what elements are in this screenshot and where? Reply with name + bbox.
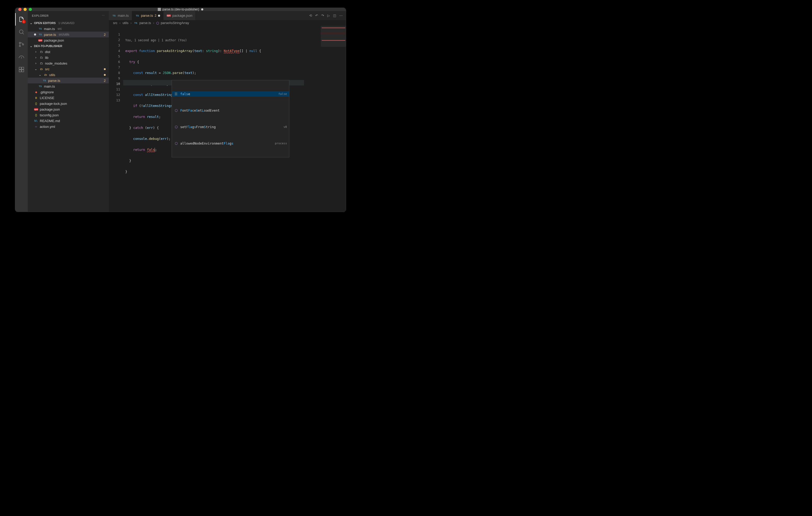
editor[interactable]: 1234567 8910111213 You, 1 second ago | 1…: [109, 26, 346, 212]
chevron-down-icon: ⌄: [29, 44, 33, 48]
tab-label: parse.ts: [141, 13, 153, 18]
folder-icon: 🗀: [39, 56, 44, 59]
file-package-json[interactable]: npm package.json: [28, 107, 109, 112]
file-action-yml[interactable]: ‹› action.yml: [28, 124, 109, 129]
json-icon: {}: [34, 114, 38, 117]
suggest-item[interactable]: ⬡ allowedNodeEnvironmentFlags process: [172, 141, 289, 146]
open-editor-item[interactable]: npm package.json: [28, 37, 109, 43]
git-compare-icon[interactable]: ⟲: [309, 13, 312, 18]
chevron-down-icon: ⌄: [29, 21, 33, 25]
explorer-activity[interactable]: 1: [15, 13, 28, 26]
git-icon: ◆: [34, 90, 38, 94]
folder-label: lib: [45, 56, 49, 60]
file-package-lock[interactable]: {} package-lock.json: [28, 101, 109, 107]
file-tsconfig[interactable]: {} tsconfig.json: [28, 112, 109, 118]
open-editor-item[interactable]: TS main.ts src: [28, 26, 109, 32]
problem-badge: 2: [104, 33, 106, 37]
open-editors-header[interactable]: ⌄ OPEN EDITORS 1 UNSAVED: [28, 20, 109, 26]
folder-node-modules[interactable]: › 🗀 node_modules: [28, 60, 109, 66]
file-name: parse.ts: [44, 33, 56, 37]
ts-icon: TS: [42, 79, 47, 82]
open-editors-label: OPEN EDITORS: [34, 22, 56, 25]
svg-point-1: [19, 42, 21, 44]
file-name: package.json: [44, 38, 64, 42]
suggest-item[interactable]: ☰ false false: [172, 91, 289, 97]
json-icon: {}: [34, 102, 38, 105]
svg-rect-6: [19, 70, 21, 72]
npm-icon: npm: [34, 108, 38, 111]
dirty-dot: [34, 33, 36, 35]
run-activity[interactable]: [15, 51, 28, 63]
minimap[interactable]: [320, 26, 346, 212]
run-icon[interactable]: ▷: [327, 13, 330, 18]
unsaved-indicator: [201, 8, 203, 10]
chevron-right-icon: ›: [130, 21, 132, 25]
git-prev-icon[interactable]: ↶: [315, 13, 318, 18]
git-next-icon[interactable]: ↷: [321, 13, 324, 18]
scm-activity[interactable]: [15, 38, 28, 51]
tab-parse-ts[interactable]: TS parse.ts 2: [132, 11, 164, 20]
ts-icon: TS: [38, 27, 42, 30]
modified-dot: [104, 74, 106, 76]
chevron-right-icon: ›: [34, 61, 38, 65]
file-label: parse.ts: [48, 79, 60, 83]
file-label: .gitignore: [40, 90, 54, 94]
file-readme[interactable]: M↓ README.md: [28, 118, 109, 124]
bc-file[interactable]: parse.ts: [139, 21, 151, 25]
file-license[interactable]: 🗎 LICENSE: [28, 95, 109, 101]
file-parse-ts[interactable]: TS parse.ts 2: [28, 78, 109, 83]
tab-main-ts[interactable]: TS main.ts: [109, 11, 132, 20]
editor-actions: ⟲ ↶ ↷ ▷ ◫ ⋯: [306, 11, 346, 20]
bc-utils[interactable]: utils: [123, 21, 128, 25]
ts-icon: TS: [135, 14, 139, 17]
tab-problem-badge: 2: [154, 14, 156, 18]
activity-bar: 1 1: [15, 11, 28, 212]
workspace-header[interactable]: ⌄ DEV-TO-PUBLISHER: [28, 43, 109, 49]
suggest-detail: process: [275, 141, 287, 146]
folder-utils[interactable]: ⌄ 🗁 utils: [28, 72, 109, 78]
file-label: main.ts: [44, 85, 55, 88]
ts-icon: TS: [134, 22, 138, 24]
tab-package-json[interactable]: npm package.json: [164, 11, 196, 20]
code-content[interactable]: You, 1 second ago | 1 author (You) expor…: [123, 26, 320, 212]
open-editor-item[interactable]: TS parse.ts src/utils 2: [28, 32, 109, 37]
bc-src[interactable]: src: [113, 21, 117, 25]
editor-group: TS main.ts TS parse.ts 2 npm package.jso…: [109, 11, 346, 212]
file-label: LICENSE: [40, 96, 54, 100]
more-icon[interactable]: ⋯: [102, 14, 105, 17]
search-activity[interactable]: [15, 26, 28, 38]
suggest-detail: v8: [284, 124, 287, 130]
more-icon[interactable]: ⋯: [339, 13, 343, 18]
npm-icon: npm: [167, 14, 171, 17]
folder-lib[interactable]: › 🗀 lib: [28, 55, 109, 60]
codelens[interactable]: You, 1 second ago | 1 author (You): [125, 38, 320, 42]
markdown-icon: M↓: [34, 119, 38, 122]
workspace-name: DEV-TO-PUBLISHER: [34, 44, 62, 48]
folder-icon: 🗀: [39, 62, 44, 65]
folder-open-icon: 🗁: [39, 67, 44, 70]
chevron-right-icon: ›: [152, 21, 154, 25]
file-name: main.ts: [44, 27, 55, 31]
symbol-icon: ⬡: [156, 21, 159, 25]
folder-label: dist: [45, 50, 50, 54]
vscode-window: parse.ts (dev-to-publisher) 1: [15, 8, 346, 212]
folder-icon: 🗀: [39, 50, 44, 53]
file-gitignore[interactable]: ◆ .gitignore: [28, 89, 109, 95]
unsaved-count: 1 UNSAVED: [58, 22, 75, 25]
extensions-activity[interactable]: [15, 63, 28, 76]
yaml-icon: ‹›: [34, 125, 38, 128]
suggest-item[interactable]: ⬡ FontFaceSetLoadEvent: [172, 108, 289, 113]
folder-src[interactable]: ⌄ 🗁 src: [28, 66, 109, 72]
tab-label: main.ts: [118, 13, 129, 18]
file-main-ts[interactable]: TS main.ts: [28, 83, 109, 89]
file-label: README.md: [40, 119, 60, 123]
suggest-item[interactable]: ⬡ setFlagsFromString v8: [172, 124, 289, 130]
chevron-down-icon: ⌄: [38, 73, 42, 77]
svg-rect-5: [22, 67, 24, 69]
split-icon[interactable]: ◫: [333, 13, 336, 18]
folder-dist[interactable]: › 🗀 dist: [28, 49, 109, 55]
bc-symbol[interactable]: parseAsStringArray: [161, 21, 189, 25]
sidebar: EXPLORER ⋯ ⌄ OPEN EDITORS 1 UNSAVED TS m…: [28, 11, 109, 212]
suggest-widget[interactable]: ☰ false false ⬡ FontFaceSetLoadEvent ⬡ s…: [172, 80, 289, 157]
breadcrumb[interactable]: src › utils › TS parse.ts › ⬡ parseAsStr…: [109, 20, 346, 26]
